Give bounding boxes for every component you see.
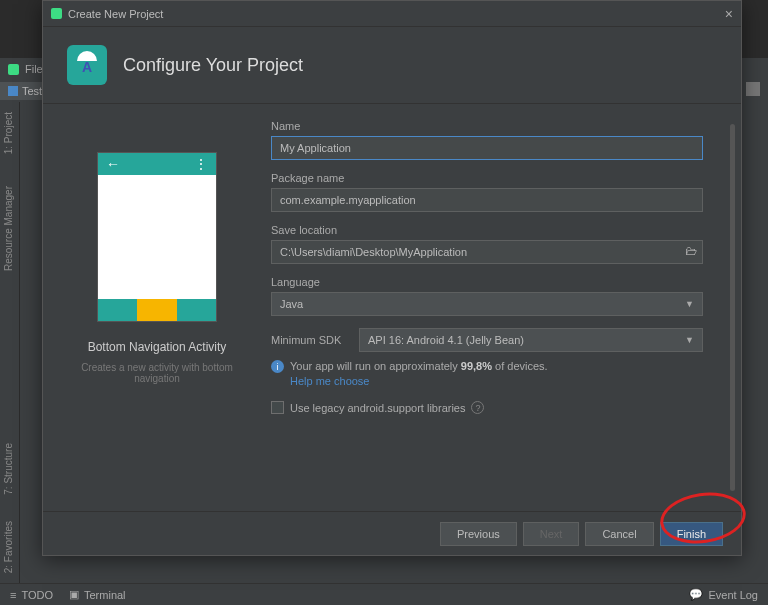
- status-terminal[interactable]: ▣Terminal: [69, 588, 126, 601]
- language-select[interactable]: Java ▼: [271, 292, 703, 316]
- minsdk-select[interactable]: API 16: Android 4.1 (Jelly Bean) ▼: [359, 328, 703, 352]
- scrollbar[interactable]: [730, 124, 735, 491]
- previous-button[interactable]: Previous: [440, 522, 517, 546]
- close-icon[interactable]: ×: [725, 6, 733, 22]
- dialog-header: Configure Your Project: [43, 27, 741, 103]
- back-arrow-icon: ←: [106, 156, 120, 172]
- legacy-support-checkbox[interactable]: [271, 401, 284, 414]
- template-preview: ← ⋮: [97, 152, 217, 322]
- language-value: Java: [280, 298, 303, 310]
- template-description: Creates a new activity with bottom navig…: [67, 362, 247, 384]
- browse-folder-icon[interactable]: 🗁: [685, 244, 697, 258]
- device-coverage-text: Your app will run on approximately 99,8%…: [290, 360, 548, 373]
- overflow-icon: ⋮: [194, 156, 208, 172]
- finish-button[interactable]: Finish: [660, 522, 723, 546]
- toolwindow-structure[interactable]: 7: Structure: [0, 437, 17, 501]
- minsdk-value: API 16: Android 4.1 (Jelly Bean): [368, 334, 524, 346]
- toolwindow-favorites[interactable]: 2: Favorites: [0, 515, 17, 579]
- help-me-choose-link[interactable]: Help me choose: [290, 375, 703, 387]
- android-icon: [51, 8, 62, 19]
- chevron-down-icon: ▼: [685, 335, 694, 345]
- dialog-heading: Configure Your Project: [123, 55, 303, 76]
- minsdk-label: Minimum SDK: [271, 334, 351, 346]
- toolwindow-project[interactable]: 1: Project: [0, 106, 17, 160]
- template-name: Bottom Navigation Activity: [88, 340, 227, 354]
- file-icon: [8, 86, 18, 96]
- help-icon[interactable]: ?: [471, 401, 484, 414]
- android-studio-icon: [67, 45, 107, 85]
- package-input[interactable]: [271, 188, 703, 212]
- name-input[interactable]: [271, 136, 703, 160]
- status-bar: ≡TODO ▣Terminal 💬Event Log: [0, 583, 768, 605]
- status-eventlog[interactable]: 💬Event Log: [689, 588, 758, 601]
- chevron-down-icon: ▼: [685, 299, 694, 309]
- toolwindow-resmgr[interactable]: Resource Manager: [0, 180, 17, 277]
- tab-label: Test: [22, 85, 42, 97]
- menu-file[interactable]: File: [25, 63, 43, 75]
- save-location-label: Save location: [271, 224, 703, 236]
- package-label: Package name: [271, 172, 703, 184]
- info-icon: i: [271, 360, 284, 373]
- next-button: Next: [523, 522, 580, 546]
- save-location-input[interactable]: [271, 240, 703, 264]
- name-label: Name: [271, 120, 703, 132]
- cancel-button[interactable]: Cancel: [585, 522, 653, 546]
- dialog-titlebar: Create New Project ×: [43, 1, 741, 27]
- dialog-button-bar: Previous Next Cancel Finish: [43, 511, 741, 555]
- dialog-window-title: Create New Project: [68, 8, 163, 20]
- status-todo[interactable]: ≡TODO: [10, 588, 53, 601]
- new-project-dialog: Create New Project × Configure Your Proj…: [42, 0, 742, 556]
- android-icon: [8, 64, 19, 75]
- language-label: Language: [271, 276, 703, 288]
- user-icon[interactable]: [746, 82, 760, 96]
- legacy-support-label: Use legacy android.support libraries: [290, 402, 465, 414]
